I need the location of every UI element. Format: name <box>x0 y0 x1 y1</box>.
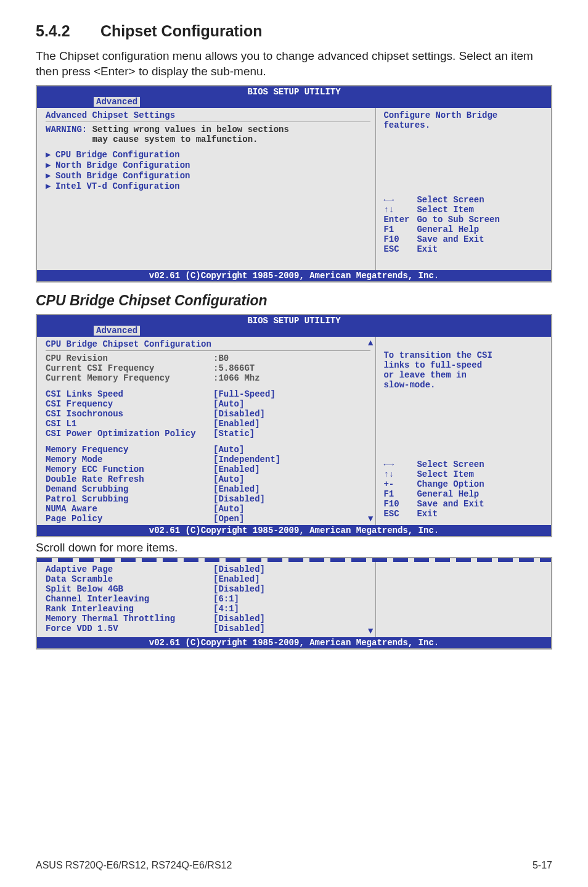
opt-data-scramble[interactable]: Data Scramble[Enabled] <box>46 574 370 584</box>
bios-right-pane: Configure North Bridge features. ←→Selec… <box>376 108 551 270</box>
opt-csi-power-opt[interactable]: CSI Power Optimization Policy[Static] <box>46 429 370 439</box>
bios-header: BIOS SETUP UTILITY Advanced <box>37 86 551 108</box>
bios-tab-bar: Advanced <box>37 97 551 108</box>
submenu-arrow-icon: ▶ <box>46 181 55 191</box>
readonly-cpu-revision: CPU Revision:B0 <box>46 353 370 363</box>
nav-esc: ESCExit <box>383 244 546 254</box>
bios-right-pane: To transition the CSI links to full-spee… <box>376 337 551 525</box>
opt-adaptive-page[interactable]: Adaptive Page[Disabled] <box>46 564 370 574</box>
menu-item-south-bridge[interactable]: ▶ South Bridge Configuration <box>46 170 370 181</box>
readonly-mem-freq: Current Memory Frequency:1066 Mhz <box>46 373 370 383</box>
nav-esc: ESCExit <box>383 509 546 519</box>
menu-label: North Bridge Configuration <box>55 160 190 170</box>
opt-numa-aware[interactable]: NUMA Aware[Auto] <box>46 504 370 514</box>
menu-label: Intel VT-d Configuration <box>55 181 180 191</box>
menu-item-north-bridge[interactable]: ▶ North Bridge Configuration <box>46 160 370 170</box>
opt-page-policy[interactable]: Page Policy[Open] <box>46 514 370 524</box>
bios-pane-heading: Advanced Chipset Settings <box>46 110 370 120</box>
nav-change-option: +-Change Option <box>383 479 546 489</box>
bios-copyright-footer: v02.61 (C)Copyright 1985-2009, American … <box>37 270 551 281</box>
bios-screenshot-1: BIOS SETUP UTILITY Advanced Advanced Chi… <box>36 85 552 283</box>
section-title-text: Chipset Configuration <box>100 22 262 39</box>
intro-paragraph: The Chipset configuration menu allows yo… <box>36 49 552 79</box>
submenu-arrow-icon: ▶ <box>46 160 55 170</box>
nav-f10: F10Save and Exit <box>383 234 546 244</box>
fragment-right-pane <box>376 562 551 637</box>
submenu-arrow-icon: ▶ <box>46 149 55 160</box>
opt-csi-frequency[interactable]: CSI Frequency[Auto] <box>46 399 370 409</box>
bios-copyright-footer: v02.61 (C)Copyright 1985-2009, American … <box>37 525 551 536</box>
opt-csi-links-speed[interactable]: CSI Links Speed[Full-Speed] <box>46 389 370 399</box>
page-footer: ASUS RS720Q-E6/RS12, RS724Q-E6/RS12 5-17 <box>36 860 552 871</box>
bios-header-title: BIOS SETUP UTILITY <box>37 87 551 97</box>
scroll-note: Scroll down for more items. <box>36 541 552 555</box>
bios-tab-advanced[interactable]: Advanced <box>94 97 140 107</box>
divider <box>46 122 370 122</box>
section-number: 5.4.2 <box>36 22 96 40</box>
opt-demand-scrubbing[interactable]: Demand Scrubbing[Enabled] <box>46 484 370 494</box>
opt-channel-interleaving[interactable]: Channel Interleaving[6:1] <box>46 594 370 604</box>
opt-rank-interleaving[interactable]: Rank Interleaving[4:1] <box>46 604 370 614</box>
opt-mem-ecc[interactable]: Memory ECC Function[Enabled] <box>46 464 370 474</box>
bios-warning-line2: may cause system to malfunction. <box>92 134 289 144</box>
fragment-left-pane: Adaptive Page[Disabled] Data Scramble[En… <box>37 562 376 637</box>
bios-help-line: slow-mode. <box>383 380 546 390</box>
bios-warning-label: WARNING: <box>46 125 87 144</box>
bios-pane-heading: CPU Bridge Chipset Configuration <box>46 339 370 349</box>
menu-label: CPU Bridge Configuration <box>55 150 180 160</box>
opt-csi-isochronous[interactable]: CSI Isochronous[Disabled] <box>46 409 370 419</box>
menu-label: South Bridge Configuration <box>55 171 190 181</box>
submenu-arrow-icon: ▶ <box>46 170 55 181</box>
bios-header-title: BIOS SETUP UTILITY <box>37 316 551 326</box>
opt-mem-frequency[interactable]: Memory Frequency[Auto] <box>46 445 370 455</box>
opt-force-vdd[interactable]: Force VDD 1.5V[Disabled] <box>46 624 370 633</box>
bios-help-line: To transition the CSI <box>383 350 546 360</box>
nav-select-screen: ←→Select Screen <box>383 460 546 469</box>
bios-help-line: features. <box>383 120 546 130</box>
footer-left: ASUS RS720Q-E6/RS12, RS724Q-E6/RS12 <box>36 860 232 871</box>
nav-select-item: ↑↓Select Item <box>383 469 546 479</box>
bios-left-pane: ▲ CPU Bridge Chipset Configuration CPU R… <box>37 337 376 525</box>
nav-f1: F1General Help <box>383 489 546 499</box>
nav-f10: F10Save and Exit <box>383 499 546 509</box>
menu-item-intel-vtd[interactable]: ▶ Intel VT-d Configuration <box>46 181 370 191</box>
bios-tab-bar: Advanced <box>37 326 551 337</box>
readonly-csi-freq: Current CSI Frequency:5.866GT <box>46 363 370 373</box>
opt-double-rate-refresh[interactable]: Double Rate Refresh[Auto] <box>46 474 370 484</box>
bios-left-pane: Advanced Chipset Settings WARNING: Setti… <box>37 108 376 270</box>
bios-header: BIOS SETUP UTILITY Advanced <box>37 315 551 337</box>
bios-copyright-footer: v02.61 (C)Copyright 1985-2009, American … <box>37 637 551 648</box>
bios-warning-line1: Setting wrong values in below sections <box>92 125 289 134</box>
menu-item-cpu-bridge[interactable]: ▶ CPU Bridge Configuration <box>46 149 370 160</box>
opt-mem-thermal-throttling[interactable]: Memory Thermal Throttling[Disabled] <box>46 614 370 624</box>
opt-patrol-scrubbing[interactable]: Patrol Scrubbing[Disabled] <box>46 494 370 504</box>
nav-select-item: ↑↓Select Item <box>383 205 546 215</box>
bios-help-line: links to full-speed <box>383 360 546 370</box>
divider <box>46 350 370 351</box>
bios-scroll-fragment: Adaptive Page[Disabled] Data Scramble[En… <box>36 557 552 650</box>
scroll-up-icon[interactable]: ▲ <box>368 338 373 348</box>
scroll-down-icon[interactable]: ▼ <box>368 514 373 524</box>
bios-help-line: or leave them in <box>383 370 546 380</box>
opt-csi-l1[interactable]: CSI L1[Enabled] <box>46 419 370 429</box>
sub-section-heading: CPU Bridge Chipset Configuration <box>36 292 552 309</box>
nav-enter: EnterGo to Sub Screen <box>383 215 546 225</box>
nav-select-screen: ←→Select Screen <box>383 195 546 205</box>
bios-help-line: Configure North Bridge <box>383 110 546 120</box>
nav-f1: F1General Help <box>383 225 546 234</box>
opt-mem-mode[interactable]: Memory Mode[Independent] <box>46 455 370 464</box>
bios-tab-advanced[interactable]: Advanced <box>94 326 140 336</box>
opt-split-below-4gb[interactable]: Split Below 4GB[Disabled] <box>46 584 370 594</box>
section-heading: 5.4.2 Chipset Configuration <box>36 22 552 40</box>
scroll-down-icon[interactable]: ▼ <box>368 626 373 636</box>
bios-screenshot-2: BIOS SETUP UTILITY Advanced ▲ CPU Bridge… <box>36 314 552 537</box>
footer-right: 5-17 <box>533 860 552 871</box>
